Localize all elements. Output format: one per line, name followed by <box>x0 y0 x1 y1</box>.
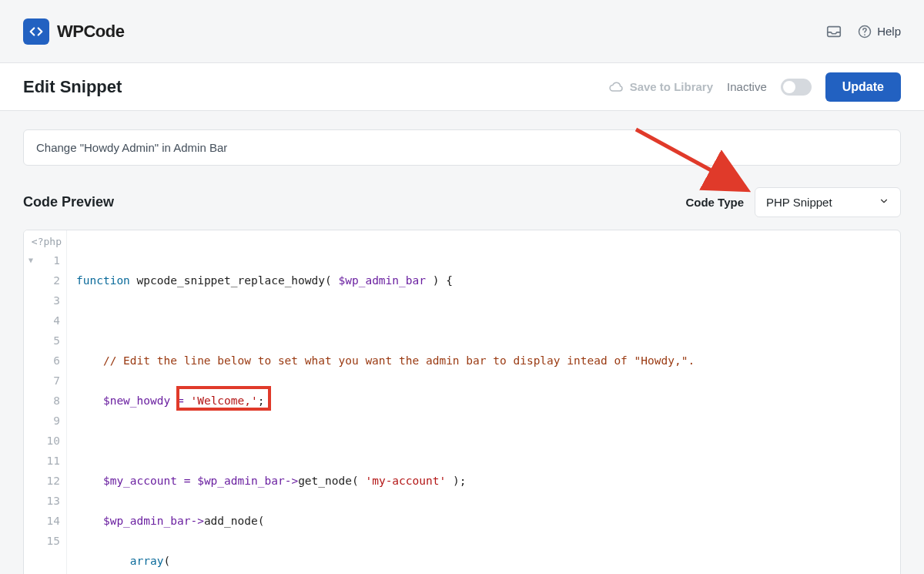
brand-logo-mark <box>23 18 49 45</box>
line-number: 12 <box>27 471 60 491</box>
svg-point-2 <box>864 34 865 35</box>
help-label: Help <box>877 25 901 38</box>
editor-gutter-php-open: <?php <box>32 232 62 252</box>
code-editor[interactable]: <?php ▼ 1 2 3 4 5 6 7 8 9 10 11 12 13 14… <box>23 230 901 574</box>
active-toggle[interactable] <box>781 79 812 96</box>
line-number: 15 <box>27 531 60 551</box>
page-title: Edit Snippet <box>23 77 122 97</box>
brand-name: WPCode <box>57 22 124 42</box>
line-number: 8 <box>27 391 60 411</box>
line-number: 10 <box>27 431 60 451</box>
help-button[interactable]: Help <box>857 24 901 39</box>
inbox-icon[interactable] <box>825 22 843 41</box>
editor-code[interactable]: function wpcode_snippet_replace_howdy( $… <box>67 230 900 574</box>
editor-gutter: <?php ▼ 1 2 3 4 5 6 7 8 9 10 11 12 13 14… <box>24 230 67 574</box>
code-type-value: PHP Snippet <box>766 196 832 209</box>
annotation-highlight-box <box>176 386 271 411</box>
line-number: 9 <box>27 411 60 431</box>
line-number: 2 <box>27 270 60 290</box>
snippet-title-input[interactable] <box>23 129 901 166</box>
subheader: Edit Snippet Save to Library Inactive Up… <box>0 63 924 111</box>
chevron-down-icon <box>879 196 889 209</box>
line-number: 7 <box>27 371 60 391</box>
cloud-icon <box>608 79 624 95</box>
code-slash-icon <box>28 23 45 40</box>
fold-triangle-icon[interactable]: ▼ <box>28 250 33 270</box>
svg-rect-0 <box>828 26 841 36</box>
line-number: 11 <box>27 451 60 471</box>
topbar: WPCode Help <box>0 0 924 63</box>
line-number: 5 <box>27 331 60 351</box>
status-label: Inactive <box>727 80 767 93</box>
save-to-library-button[interactable]: Save to Library <box>608 79 713 95</box>
brand-logo: WPCode <box>23 18 124 45</box>
save-to-library-label: Save to Library <box>630 80 713 93</box>
line-number: 13 <box>27 491 60 511</box>
code-preview-heading: Code Preview <box>23 194 114 210</box>
code-type-label: Code Type <box>685 196 744 209</box>
content-area: Code Preview Code Type PHP Snippet <?php… <box>0 111 924 574</box>
help-icon <box>857 24 872 39</box>
line-number: 6 <box>27 351 60 371</box>
update-button[interactable]: Update <box>825 72 901 102</box>
line-number: 3 <box>27 290 60 310</box>
code-type-select[interactable]: PHP Snippet <box>755 187 901 217</box>
line-number: 14 <box>27 511 60 531</box>
line-number: 4 <box>27 310 60 331</box>
